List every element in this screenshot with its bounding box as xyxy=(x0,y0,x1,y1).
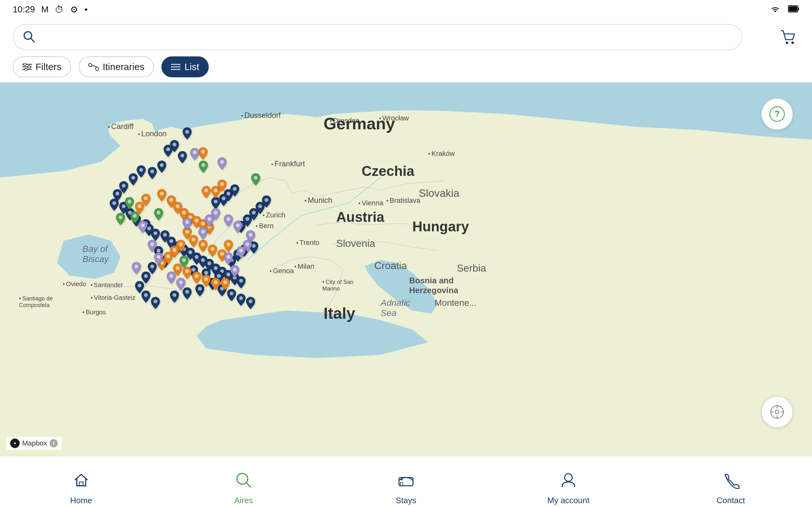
map-pin-lavender-4[interactable] xyxy=(204,214,214,228)
search-bar-container: Search xyxy=(0,19,812,53)
map-pin-lavender-17[interactable] xyxy=(131,262,142,276)
map-pin-navy-44[interactable] xyxy=(236,293,246,307)
map-pin-orange-22[interactable] xyxy=(211,277,221,291)
map-pin-navy-57[interactable] xyxy=(261,195,271,209)
map-pin-navy-37[interactable] xyxy=(150,296,160,311)
map-pin-orange-20[interactable] xyxy=(192,271,202,285)
map-pin-navy-8[interactable] xyxy=(128,173,138,187)
map-pin-lavender-18[interactable] xyxy=(166,271,176,285)
map-pin-navy-38[interactable] xyxy=(169,290,180,304)
status-bar: 10:29 M ⏱ ⚙ • xyxy=(0,0,812,19)
map-pin-orange-27[interactable] xyxy=(223,239,234,253)
svg-point-127 xyxy=(226,255,230,259)
svg-point-116 xyxy=(119,216,122,219)
list-button[interactable]: List xyxy=(161,56,209,77)
location-button[interactable] xyxy=(761,396,793,428)
filters-button[interactable]: Filters xyxy=(13,56,71,77)
map-pin-green-3[interactable] xyxy=(124,196,135,211)
mapbox-logo xyxy=(10,439,20,448)
svg-point-100 xyxy=(204,277,208,281)
map-pin-green-2[interactable] xyxy=(251,173,261,187)
map-pin-navy-1[interactable] xyxy=(182,127,192,141)
svg-point-75 xyxy=(264,198,268,202)
svg-point-56 xyxy=(172,293,176,297)
svg-point-99 xyxy=(195,274,199,278)
svg-point-109 xyxy=(204,188,208,192)
map-pin-orange-24[interactable] xyxy=(198,239,208,253)
status-left: 10:29 M ⏱ ⚙ • xyxy=(13,4,88,15)
map-pin-lavender-7[interactable] xyxy=(233,220,243,234)
map-pin-navy-3[interactable] xyxy=(163,144,173,158)
nav-item-contact[interactable]: Contact xyxy=(650,471,812,505)
map-pin-lavender-19[interactable] xyxy=(176,277,186,291)
mapbox-info-icon[interactable]: i xyxy=(49,439,58,447)
svg-point-122 xyxy=(226,217,230,221)
map-pin-green-5[interactable] xyxy=(179,255,189,269)
help-button[interactable]: ? xyxy=(761,98,793,130)
map-pin-lavender-5[interactable] xyxy=(198,227,208,241)
svg-point-22 xyxy=(181,154,184,158)
search-bar[interactable]: Search xyxy=(13,24,742,50)
svg-point-23 xyxy=(160,163,164,167)
map-pin-navy-5[interactable] xyxy=(157,160,167,174)
map-pin-orange-4[interactable] xyxy=(157,188,167,203)
svg-point-25 xyxy=(139,168,143,172)
map-pin-lavender-12[interactable] xyxy=(230,265,240,279)
map-pin-orange-13[interactable] xyxy=(189,234,199,249)
search-input[interactable]: Search xyxy=(41,31,732,43)
status-right xyxy=(768,4,799,15)
map-pin-orange-29[interactable] xyxy=(217,179,227,193)
map-pin-navy-36[interactable] xyxy=(141,290,151,304)
nav-item-my-account[interactable]: My account xyxy=(487,471,650,505)
map-pin-lavender-6[interactable] xyxy=(223,214,234,228)
map-pin-navy-6[interactable] xyxy=(147,166,157,181)
map-pin-navy-45[interactable] xyxy=(246,296,256,311)
map-pin-navy-11[interactable] xyxy=(109,198,119,212)
nav-item-aires[interactable]: Aires xyxy=(162,471,325,505)
map-pin-orange-21[interactable] xyxy=(201,274,211,288)
map-pin-orange-25[interactable] xyxy=(207,244,217,258)
map-pin-lavender-13[interactable] xyxy=(182,217,192,231)
map-pin-orange-30[interactable] xyxy=(201,185,211,200)
svg-point-115 xyxy=(157,211,160,215)
svg-point-62 xyxy=(239,296,243,300)
nav-label-my-account: My account xyxy=(548,496,590,505)
svg-point-124 xyxy=(249,233,252,237)
mapbox-text: Mapbox xyxy=(22,439,47,447)
map-pin-navy-59[interactable] xyxy=(230,184,240,198)
svg-point-106 xyxy=(226,242,230,246)
map-pin-lavender-14[interactable] xyxy=(138,220,148,234)
svg-point-104 xyxy=(211,247,214,251)
map-pin-lavender-11[interactable] xyxy=(223,252,234,266)
svg-point-82 xyxy=(138,205,142,208)
map-pin-lavender-15[interactable] xyxy=(147,239,157,253)
svg-point-120 xyxy=(207,217,211,221)
nav-item-home[interactable]: Home xyxy=(0,471,162,505)
map-container[interactable]: Germany Czechia Slovakia Austria Hungary… xyxy=(0,82,812,456)
map-pin-lavender-16[interactable] xyxy=(154,252,164,266)
map-pin-lavender-10[interactable] xyxy=(236,245,246,260)
svg-point-134 xyxy=(169,274,173,278)
svg-point-19 xyxy=(185,130,189,134)
itineraries-button[interactable]: Itineraries xyxy=(79,56,154,77)
map-pin-lavender-2[interactable] xyxy=(217,157,227,171)
svg-point-114 xyxy=(182,258,186,262)
map-pin-orange-23[interactable] xyxy=(220,277,230,291)
svg-point-151 xyxy=(565,474,572,481)
map-pin-green-7[interactable] xyxy=(115,212,125,227)
map-pin-lavender-1[interactable] xyxy=(190,147,200,162)
settings-icon: ⚙ xyxy=(70,4,78,15)
svg-point-54 xyxy=(144,293,148,297)
nav-label-aires: Aires xyxy=(234,496,253,505)
svg-point-111 xyxy=(254,176,258,180)
svg-point-55 xyxy=(154,299,157,303)
svg-point-5 xyxy=(786,42,788,44)
map-pin-navy-4[interactable] xyxy=(177,151,188,165)
svg-point-135 xyxy=(179,280,183,284)
svg-point-63 xyxy=(249,299,252,303)
map-pin-green-6[interactable] xyxy=(154,208,164,222)
svg-point-126 xyxy=(239,249,243,252)
map-pin-green-1[interactable] xyxy=(198,160,208,174)
cart-icon[interactable] xyxy=(777,26,799,48)
nav-item-stays[interactable]: Stays xyxy=(325,471,487,505)
